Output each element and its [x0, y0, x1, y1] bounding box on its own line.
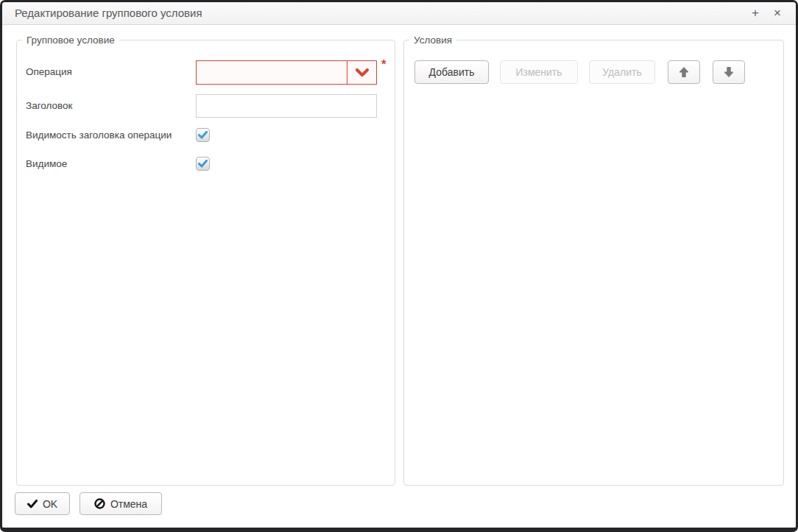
header-label: Заголовок [26, 100, 72, 111]
operation-header-visibility-checkbox[interactable] [196, 128, 210, 142]
arrow-up-icon [678, 66, 690, 78]
checkmark-icon [27, 500, 38, 508]
conditions-list-empty-area[interactable] [412, 91, 776, 479]
operation-header-visibility-label: Видимость заголовка операции [26, 130, 172, 141]
ok-button[interactable]: OK [15, 492, 70, 515]
dialog-title: Редактирование группового условия [15, 2, 202, 24]
conditions-panel-title: Условия [409, 35, 456, 46]
edit-button[interactable]: Изменить [500, 60, 578, 84]
chevron-down-icon[interactable] [347, 61, 376, 84]
close-icon[interactable]: × [769, 2, 785, 24]
delete-button[interactable]: Удалить [589, 60, 655, 84]
operation-label: Операция [26, 66, 72, 77]
move-down-button[interactable] [713, 60, 745, 84]
cancel-circle-icon [94, 498, 105, 509]
move-up-button[interactable] [668, 60, 700, 84]
add-button[interactable]: Добавить [414, 60, 489, 84]
header-input[interactable] [196, 94, 377, 118]
checkmark-icon [198, 160, 208, 168]
ok-button-label: OK [43, 498, 57, 510]
visible-checkbox[interactable] [196, 157, 210, 171]
cancel-button[interactable]: Отмена [80, 492, 162, 515]
operation-combobox[interactable] [196, 60, 377, 85]
required-asterisk: * [381, 57, 386, 72]
visible-label: Видимое [26, 158, 67, 169]
checkmark-icon [198, 131, 208, 139]
conditions-panel: Условия Добавить Изменить Удалить [403, 35, 784, 486]
group-condition-panel-title: Групповое условие [22, 35, 119, 46]
arrow-down-icon [723, 66, 735, 78]
dialog-window: Редактирование группового условия + × Гр… [0, 0, 798, 532]
cancel-button-label: Отмена [110, 498, 147, 510]
operation-combobox-input[interactable] [197, 61, 347, 84]
group-condition-panel: Групповое условие Операция * Заголовок [16, 35, 395, 486]
dialog-titlebar: Редактирование группового условия + × [2, 2, 796, 25]
maximize-icon[interactable]: + [747, 2, 763, 24]
